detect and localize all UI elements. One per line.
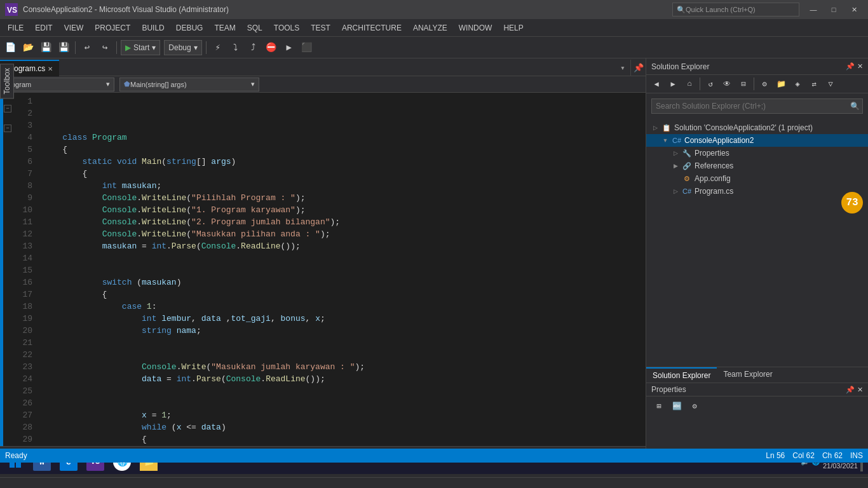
title-bar: VS ConsoleApplication2 - Microsoft Visua…	[0, 0, 868, 19]
se-preview-btn[interactable]: ◈	[790, 76, 805, 92]
method-dropdown[interactable]: ⬟ Main(string[] args) ▾	[119, 78, 259, 92]
toolbar-open[interactable]: 📂	[20, 40, 36, 55]
tree-properties[interactable]: ▷ 🔧 Properties	[646, 147, 868, 159]
tree-references[interactable]: ▶ 🔗 References	[646, 159, 868, 172]
solution-explorer-header: Solution Explorer 📌 ✕	[646, 58, 868, 75]
clock-date: 21/03/2021	[823, 462, 858, 470]
toolbar: 📄 📂 💾 💾 ↩ ↪ ▶ Start ▾ Debug ▾ ⚡ ⤵ ⤴ ⛔ ▶ …	[0, 37, 868, 58]
tab-dropdown[interactable]: ▾	[615, 60, 630, 76]
menu-analyze[interactable]: ANALYZE	[408, 21, 452, 35]
references-label: References	[695, 161, 733, 170]
se-close-button[interactable]: ✕	[857, 62, 863, 71]
start-button[interactable]: ▶ Start ▾	[121, 40, 160, 55]
class-dropdown-arrow: ▾	[106, 80, 110, 88]
se-tab-team-explorer[interactable]: Team Explorer	[717, 367, 778, 383]
se-sep	[700, 78, 700, 90]
code-content[interactable]: class Program { static void Main(string[…	[37, 93, 646, 446]
se-back-btn[interactable]: ◀	[649, 76, 664, 92]
prop-props-btn[interactable]: ⚙	[687, 398, 702, 414]
properties-header: Properties 📌 ✕	[646, 383, 868, 396]
se-show-all-btn[interactable]: 👁	[719, 76, 735, 92]
collapse-method[interactable]: −	[4, 125, 11, 132]
code-editor: − − 1 2 3 4 5 6 7 8 9 10 11 12 13 14 15 …	[0, 93, 646, 446]
toolbar-new-file[interactable]: 📄	[3, 40, 18, 55]
se-tab-solution-explorer[interactable]: Solution Explorer	[646, 367, 717, 383]
menu-sql[interactable]: SQL	[242, 21, 268, 35]
se-forward-btn[interactable]: ▶	[665, 76, 681, 92]
menu-debug[interactable]: DEBUG	[171, 21, 208, 35]
status-right: Ln 56 Col 62 Ch 62 INS	[766, 451, 863, 460]
collapse-class[interactable]: −	[4, 105, 11, 112]
toolbar-save[interactable]: 💾	[38, 40, 53, 55]
menu-edit[interactable]: EDIT	[30, 21, 57, 35]
toolbar-attach[interactable]: ⚡	[210, 40, 226, 55]
se-search-input[interactable]	[652, 99, 848, 113]
se-collapse-btn[interactable]: ⊟	[736, 76, 751, 92]
toolbar-save-all[interactable]: 💾	[56, 40, 71, 55]
se-filter-btn[interactable]: ▽	[823, 76, 838, 92]
menu-help[interactable]: HELP	[498, 21, 528, 35]
toolbar-redo[interactable]: ↪	[97, 40, 112, 55]
se-search-container: 🔍	[649, 96, 865, 116]
solution-icon: 📋	[661, 123, 672, 133]
line-numbers: 1 2 3 4 5 6 7 8 9 10 11 12 13 14 15 16 1…	[12, 93, 37, 446]
menu-view[interactable]: VIEW	[59, 21, 89, 35]
programcs-label: Program.cs	[695, 187, 733, 196]
tree-programcs[interactable]: ▷ C# Program.cs	[646, 185, 868, 198]
tree-appconfig[interactable]: ▷ ⚙ App.config	[646, 172, 868, 185]
menu-architecture[interactable]: ARCHITECTURE	[337, 21, 407, 35]
properties-icon: 🔧	[682, 148, 692, 158]
debug-dropdown[interactable]: Debug ▾	[164, 40, 201, 55]
svg-text:VS: VS	[7, 6, 17, 15]
toolbar-step-out[interactable]: ⤴	[246, 40, 261, 55]
se-pin-button[interactable]: 📌	[846, 62, 855, 71]
se-tabs: Solution Explorer Team Explorer	[646, 367, 868, 383]
props-close-button[interactable]: ✕	[857, 386, 863, 394]
toolbar-continue[interactable]: ▶	[281, 40, 297, 55]
quick-launch[interactable]: 🔍 Quick Launch (Ctrl+Q)	[672, 3, 799, 17]
minimize-button[interactable]: —	[804, 3, 822, 16]
maximize-button[interactable]: □	[825, 3, 843, 16]
toolbar-stop[interactable]: ⬛	[299, 40, 315, 55]
editor-nav: Program ▾ ⬟ Main(string[] args) ▾	[0, 76, 646, 93]
properties-label: Properties	[695, 149, 729, 158]
se-sync-btn[interactable]: ⇄	[806, 76, 822, 92]
status-ready: Ready	[5, 451, 27, 460]
tree-solution[interactable]: ▷ 📋 Solution 'ConsoleApplication2' (1 pr…	[646, 121, 868, 134]
menu-tools[interactable]: TOOLS	[269, 21, 304, 35]
tree-project[interactable]: ▼ C# ConsoleApplication2	[646, 134, 868, 147]
appconfig-icon: ⚙	[682, 173, 692, 184]
vs-logo: VS	[5, 3, 18, 16]
toolbar-undo[interactable]: ↩	[79, 40, 95, 55]
close-button[interactable]: ✕	[845, 3, 863, 16]
pin-button[interactable]: 📌	[630, 60, 646, 76]
se-refresh-btn[interactable]: ↺	[703, 76, 718, 92]
menu-test[interactable]: TEST	[306, 21, 336, 35]
menu-build[interactable]: BUILD	[137, 21, 169, 35]
programcs-arrow: ▷	[672, 188, 679, 194]
se-open-folder-btn[interactable]: 📁	[773, 76, 789, 92]
svg-rect-5	[16, 463, 21, 468]
toolbar-step-in[interactable]: ⤵	[228, 40, 243, 55]
method-label: Main(string[] args)	[130, 81, 187, 88]
se-home-btn[interactable]: ⌂	[682, 76, 697, 92]
status-col: Col 62	[792, 451, 815, 460]
quick-launch-placeholder: Quick Launch (Ctrl+Q)	[686, 6, 756, 13]
start-label: Start	[133, 43, 149, 52]
menu-team[interactable]: TEAM	[209, 21, 240, 35]
props-pin-button[interactable]: 📌	[846, 386, 855, 394]
se-properties-btn[interactable]: ⚙	[757, 76, 772, 92]
toolbar-break[interactable]: ⛔	[264, 40, 279, 55]
menu-project[interactable]: PROJECT	[90, 21, 135, 35]
project-arrow: ▼	[661, 137, 669, 144]
class-dropdown[interactable]: Program ▾	[0, 78, 114, 92]
prop-alpha-btn[interactable]: 🔤	[669, 398, 684, 414]
menu-window[interactable]: WINDOW	[454, 21, 498, 35]
toolbox-tab[interactable]: Toolbox	[0, 64, 14, 98]
prop-category-btn[interactable]: ⊞	[651, 398, 667, 414]
debug-label: Debug	[168, 43, 191, 52]
toolbar-sep-1	[75, 41, 76, 54]
avatar: 73	[841, 192, 863, 214]
menu-file[interactable]: FILE	[3, 21, 29, 35]
close-tab-icon[interactable]: ✕	[48, 65, 53, 72]
